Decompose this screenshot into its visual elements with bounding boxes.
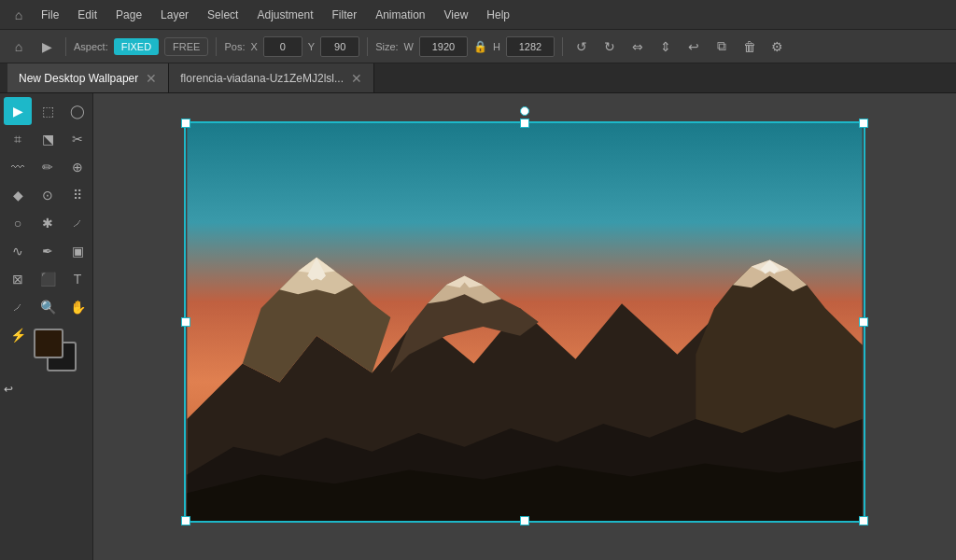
menu-edit[interactable]: Edit: [70, 5, 105, 25]
tool-color-pick[interactable]: ⟋: [4, 293, 32, 321]
handle-bottom-center[interactable]: [520, 516, 529, 525]
foreground-color-swatch[interactable]: [34, 329, 63, 358]
y-label: Y: [308, 41, 315, 52]
tab-label-1: florencia-viadana-Uz1ZeMJ2lsl...: [180, 72, 344, 85]
w-input[interactable]: [419, 36, 468, 57]
menu-page[interactable]: Page: [108, 5, 149, 25]
tool-crop[interactable]: ⌗: [4, 125, 32, 153]
tool-line[interactable]: ∿: [4, 237, 32, 265]
free-btn[interactable]: FREE: [164, 37, 208, 56]
tab-new-desktop-wallpaper[interactable]: New Desktop Wallpaper ✕: [7, 63, 169, 92]
tabs-bar: New Desktop Wallpaper ✕ florencia-viadan…: [0, 63, 956, 93]
cursor-toolbar-icon[interactable]: ▶: [35, 35, 58, 58]
tool-smudge[interactable]: ⠿: [63, 181, 91, 209]
tool-pen[interactable]: ✒: [34, 237, 62, 265]
tool-wave[interactable]: 〰: [4, 153, 32, 181]
tool-sharpen[interactable]: ✱: [34, 209, 62, 237]
tool-rect[interactable]: ▣: [63, 237, 91, 265]
tool-pencil[interactable]: ✏: [34, 153, 62, 181]
toolbar: ⌂ ▶ Aspect: FIXED FREE Pos: X Y Size: W …: [0, 30, 956, 63]
menu-filter[interactable]: Filter: [324, 5, 364, 25]
tool-select[interactable]: ▶: [4, 97, 32, 125]
handle-top-right[interactable]: [859, 119, 868, 128]
h-label: H: [493, 41, 500, 52]
handle-bottom-right[interactable]: [859, 516, 868, 525]
flip-h-icon[interactable]: ⇔: [626, 35, 649, 58]
delete-icon[interactable]: 🗑: [738, 35, 761, 58]
canvas-image: [186, 123, 864, 521]
menu-help[interactable]: Help: [479, 5, 517, 25]
tool-dodge[interactable]: ○: [4, 209, 32, 237]
handle-middle-left[interactable]: [181, 317, 190, 327]
toolbar-separator-3: [367, 37, 368, 56]
lock-icon[interactable]: 🔒: [473, 40, 487, 53]
tab-close-0[interactable]: ✕: [146, 72, 157, 85]
handle-top-left[interactable]: [181, 119, 190, 128]
tool-text[interactable]: T: [63, 265, 91, 293]
home-icon[interactable]: ⌂: [7, 4, 30, 26]
tool-fill[interactable]: ◆: [4, 181, 32, 209]
swap-colors[interactable]: ↩: [4, 383, 32, 396]
menu-view[interactable]: View: [437, 5, 476, 25]
tab-label: New Desktop Wallpaper: [19, 72, 138, 85]
left-toolbar: ▶ ⬚ ◯ ⌗ ⬔ ✂ 〰 ✏ ⊕ ◆ ⊙ ⠿ ○ ✱ ⟋ ∿ ✒ ▣ ⊠ ⬛ …: [0, 93, 93, 560]
menu-select[interactable]: Select: [200, 5, 246, 25]
x-input[interactable]: [263, 36, 302, 57]
toolbar-separator-4: [562, 37, 563, 56]
tool-marquee[interactable]: ⬚: [34, 97, 62, 125]
tool-clone[interactable]: ⊕: [63, 153, 91, 181]
h-input[interactable]: [506, 36, 555, 57]
copy-icon[interactable]: ⧉: [710, 35, 733, 58]
flip-v-icon[interactable]: ⇕: [654, 35, 677, 58]
pos-label: Pos:: [224, 41, 245, 52]
handle-rotate[interactable]: [520, 106, 529, 116]
canvas-inner: [112, 112, 937, 541]
tool-slice[interactable]: ⬔: [34, 125, 62, 153]
tool-lightning[interactable]: ⚡: [4, 321, 32, 349]
tool-cut[interactable]: ✂: [63, 125, 91, 153]
home-toolbar-icon[interactable]: ⌂: [7, 35, 30, 58]
tool-eyedropper[interactable]: ⟋: [63, 209, 91, 237]
aspect-label: Aspect:: [74, 41, 108, 52]
tool-healing[interactable]: ⊙: [34, 181, 62, 209]
menu-adjustment[interactable]: Adjustment: [249, 5, 320, 25]
fixed-btn[interactable]: FIXED: [114, 38, 159, 55]
tool-zoom[interactable]: 🔍: [34, 293, 62, 321]
main-area: ▶ ⬚ ◯ ⌗ ⬔ ✂ 〰 ✏ ⊕ ◆ ⊙ ⠿ ○ ✱ ⟋ ∿ ✒ ▣ ⊠ ⬛ …: [0, 93, 956, 560]
image-frame[interactable]: [184, 121, 865, 523]
size-label: Size:: [375, 41, 398, 52]
tool-ellipse-select[interactable]: ◯: [63, 97, 91, 125]
menu-layer[interactable]: Layer: [153, 5, 196, 25]
y-input[interactable]: [320, 36, 359, 57]
tool-bucket[interactable]: ⬛: [34, 265, 62, 293]
tool-hand[interactable]: ✋: [63, 293, 91, 321]
redo-icon[interactable]: ↻: [598, 35, 621, 58]
tool-xbox[interactable]: ⊠: [4, 265, 32, 293]
handle-bottom-left[interactable]: [181, 516, 190, 525]
settings-icon[interactable]: ⚙: [766, 35, 789, 58]
x-label: X: [250, 41, 257, 52]
toolbar-separator-2: [216, 37, 217, 56]
tab-florencia[interactable]: florencia-viadana-Uz1ZeMJ2lsl... ✕: [169, 63, 374, 92]
toolbar-separator-1: [65, 37, 66, 56]
tab-close-1[interactable]: ✕: [351, 72, 362, 85]
menu-file[interactable]: File: [34, 5, 66, 25]
color-swatches: [34, 329, 90, 375]
handle-middle-right[interactable]: [859, 317, 868, 327]
w-label: W: [404, 41, 414, 52]
undo-icon[interactable]: ↺: [570, 35, 593, 58]
menubar: ⌂ File Edit Page Layer Select Adjustment…: [0, 0, 956, 30]
menu-animation[interactable]: Animation: [368, 5, 432, 25]
handle-top-center[interactable]: [520, 119, 529, 128]
canvas-area: [93, 93, 956, 560]
rotate-cw-icon[interactable]: ↩: [682, 35, 705, 58]
